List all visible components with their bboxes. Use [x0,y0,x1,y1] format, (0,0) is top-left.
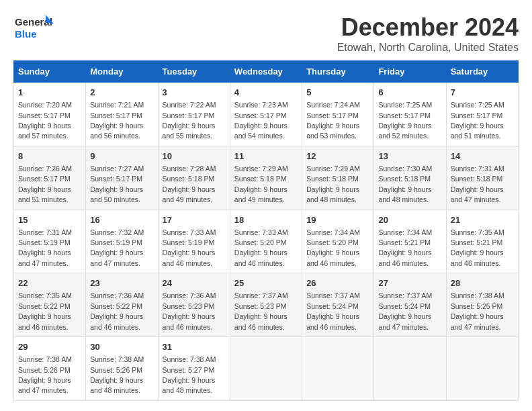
day-info: Sunrise: 7:25 AM Sunset: 5:17 PM Dayligh… [378,101,432,140]
calendar-week-3: 15Sunrise: 7:31 AM Sunset: 5:19 PM Dayli… [14,210,519,273]
calendar-cell: 16Sunrise: 7:32 AM Sunset: 5:19 PM Dayli… [86,210,158,273]
day-number: 16 [90,214,153,226]
calendar-week-2: 8Sunrise: 7:26 AM Sunset: 5:17 PM Daylig… [14,146,519,210]
day-info: Sunrise: 7:36 AM Sunset: 5:22 PM Dayligh… [90,291,144,330]
calendar-cell: 25Sunrise: 7:37 AM Sunset: 5:23 PM Dayli… [230,273,302,337]
day-info: Sunrise: 7:31 AM Sunset: 5:19 PM Dayligh… [18,228,72,267]
calendar-dow-sunday: Sunday [14,61,86,83]
calendar-cell: 10Sunrise: 7:28 AM Sunset: 5:18 PM Dayli… [158,146,230,210]
calendar-cell: 15Sunrise: 7:31 AM Sunset: 5:19 PM Dayli… [14,210,86,273]
calendar-cell: 2Sunrise: 7:21 AM Sunset: 5:17 PM Daylig… [86,83,158,146]
day-number: 22 [18,277,81,289]
calendar-cell: 9Sunrise: 7:27 AM Sunset: 5:17 PM Daylig… [86,146,158,210]
day-number: 8 [18,150,81,163]
day-info: Sunrise: 7:22 AM Sunset: 5:17 PM Dayligh… [163,101,216,140]
day-info: Sunrise: 7:28 AM Sunset: 5:18 PM Dayligh… [163,165,216,203]
day-number: 18 [234,214,298,226]
logo: GeneralBlue [13,13,54,44]
calendar-cell: 20Sunrise: 7:34 AM Sunset: 5:21 PM Dayli… [374,210,446,273]
day-number: 1 [18,87,81,99]
calendar-cell: 23Sunrise: 7:36 AM Sunset: 5:22 PM Dayli… [86,273,158,337]
calendar-cell: 24Sunrise: 7:36 AM Sunset: 5:23 PM Dayli… [158,273,230,337]
day-info: Sunrise: 7:24 AM Sunset: 5:17 PM Dayligh… [306,101,360,140]
page-subtitle: Etowah, North Carolina, United States [337,42,519,54]
calendar-cell [230,337,302,401]
day-number: 3 [163,87,226,99]
day-number: 23 [90,277,153,289]
day-number: 30 [90,341,153,353]
calendar-cell: 7Sunrise: 7:25 AM Sunset: 5:17 PM Daylig… [446,83,518,146]
calendar-dow-wednesday: Wednesday [230,61,302,83]
page-header: GeneralBlue December 2024 Etowah, North … [13,13,519,54]
calendar-cell [446,337,518,401]
day-info: Sunrise: 7:35 AM Sunset: 5:22 PM Dayligh… [18,291,72,330]
day-number: 15 [18,214,81,226]
calendar-cell: 19Sunrise: 7:34 AM Sunset: 5:20 PM Dayli… [302,210,374,273]
calendar-cell: 22Sunrise: 7:35 AM Sunset: 5:22 PM Dayli… [14,273,86,337]
calendar-cell: 29Sunrise: 7:38 AM Sunset: 5:26 PM Dayli… [14,337,86,401]
day-number: 5 [306,87,369,99]
title-block: December 2024 Etowah, North Carolina, Un… [337,13,519,54]
calendar-cell: 18Sunrise: 7:33 AM Sunset: 5:20 PM Dayli… [230,210,302,273]
calendar-cell: 28Sunrise: 7:38 AM Sunset: 5:25 PM Dayli… [446,273,518,337]
calendar-cell: 11Sunrise: 7:29 AM Sunset: 5:18 PM Dayli… [230,146,302,210]
day-info: Sunrise: 7:34 AM Sunset: 5:21 PM Dayligh… [378,228,432,267]
day-info: Sunrise: 7:21 AM Sunset: 5:17 PM Dayligh… [90,101,144,140]
day-info: Sunrise: 7:26 AM Sunset: 5:17 PM Dayligh… [18,165,72,203]
day-info: Sunrise: 7:36 AM Sunset: 5:23 PM Dayligh… [163,291,216,330]
day-number: 20 [378,214,441,226]
day-info: Sunrise: 7:35 AM Sunset: 5:21 PM Dayligh… [451,228,504,267]
day-number: 17 [163,214,226,226]
day-number: 2 [90,87,153,99]
page-title: December 2024 [337,13,519,42]
day-number: 10 [163,150,226,163]
calendar-cell: 14Sunrise: 7:31 AM Sunset: 5:18 PM Dayli… [446,146,518,210]
calendar-cell [302,337,374,401]
day-number: 9 [90,150,153,163]
calendar-cell: 5Sunrise: 7:24 AM Sunset: 5:17 PM Daylig… [302,83,374,146]
day-info: Sunrise: 7:20 AM Sunset: 5:17 PM Dayligh… [18,101,72,140]
day-info: Sunrise: 7:25 AM Sunset: 5:17 PM Dayligh… [451,101,504,140]
day-info: Sunrise: 7:27 AM Sunset: 5:17 PM Dayligh… [90,165,144,203]
day-number: 28 [451,277,514,289]
day-info: Sunrise: 7:33 AM Sunset: 5:20 PM Dayligh… [234,228,288,267]
day-info: Sunrise: 7:30 AM Sunset: 5:18 PM Dayligh… [378,165,432,203]
calendar-cell: 26Sunrise: 7:37 AM Sunset: 5:24 PM Dayli… [302,273,374,337]
logo-svg: GeneralBlue [13,13,54,44]
calendar-dow-saturday: Saturday [446,61,518,83]
day-info: Sunrise: 7:38 AM Sunset: 5:25 PM Dayligh… [451,291,504,330]
day-number: 27 [378,277,441,289]
calendar-week-1: 1Sunrise: 7:20 AM Sunset: 5:17 PM Daylig… [14,83,519,146]
day-number: 29 [18,341,81,353]
calendar-cell: 13Sunrise: 7:30 AM Sunset: 5:18 PM Dayli… [374,146,446,210]
day-info: Sunrise: 7:29 AM Sunset: 5:18 PM Dayligh… [306,165,360,203]
day-info: Sunrise: 7:37 AM Sunset: 5:23 PM Dayligh… [234,291,288,330]
day-number: 31 [163,341,226,353]
calendar-cell: 30Sunrise: 7:38 AM Sunset: 5:26 PM Dayli… [86,337,158,401]
calendar-cell: 12Sunrise: 7:29 AM Sunset: 5:18 PM Dayli… [302,146,374,210]
calendar-cell: 27Sunrise: 7:37 AM Sunset: 5:24 PM Dayli… [374,273,446,337]
day-info: Sunrise: 7:38 AM Sunset: 5:27 PM Dayligh… [163,355,216,394]
day-number: 11 [234,150,298,163]
day-number: 4 [234,87,298,99]
calendar-week-5: 29Sunrise: 7:38 AM Sunset: 5:26 PM Dayli… [14,337,519,401]
svg-text:Blue: Blue [15,28,37,40]
calendar-cell: 31Sunrise: 7:38 AM Sunset: 5:27 PM Dayli… [158,337,230,401]
day-info: Sunrise: 7:37 AM Sunset: 5:24 PM Dayligh… [378,291,432,330]
day-info: Sunrise: 7:37 AM Sunset: 5:24 PM Dayligh… [306,291,360,330]
calendar-dow-monday: Monday [86,61,158,83]
calendar-cell: 21Sunrise: 7:35 AM Sunset: 5:21 PM Dayli… [446,210,518,273]
day-number: 25 [234,277,298,289]
calendar-dow-thursday: Thursday [302,61,374,83]
day-info: Sunrise: 7:34 AM Sunset: 5:20 PM Dayligh… [306,228,360,267]
day-number: 24 [163,277,226,289]
calendar-cell: 3Sunrise: 7:22 AM Sunset: 5:17 PM Daylig… [158,83,230,146]
calendar-cell: 6Sunrise: 7:25 AM Sunset: 5:17 PM Daylig… [374,83,446,146]
calendar-cell: 4Sunrise: 7:23 AM Sunset: 5:17 PM Daylig… [230,83,302,146]
day-number: 14 [451,150,514,163]
day-number: 6 [378,87,441,99]
calendar-dow-friday: Friday [374,61,446,83]
day-info: Sunrise: 7:38 AM Sunset: 5:26 PM Dayligh… [18,355,72,394]
day-number: 19 [306,214,369,226]
calendar-cell: 17Sunrise: 7:33 AM Sunset: 5:19 PM Dayli… [158,210,230,273]
